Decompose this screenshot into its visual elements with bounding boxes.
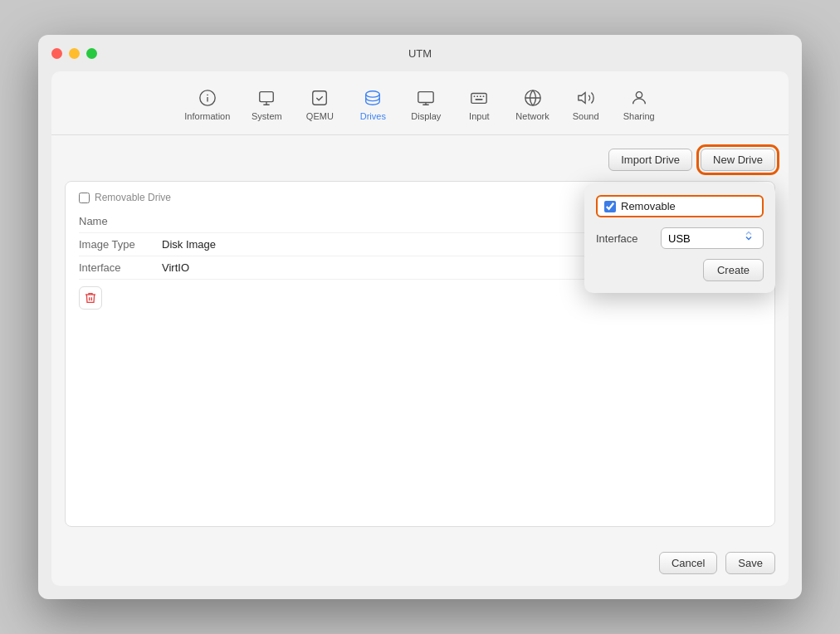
system-icon [256, 88, 276, 108]
tab-display[interactable]: Display [401, 83, 451, 126]
tab-sound[interactable]: Sound [561, 83, 611, 126]
popover-interface-row: Interface USB [596, 227, 764, 249]
tab-qemu[interactable]: QEMU [295, 83, 344, 126]
delete-drive-button[interactable] [79, 286, 102, 310]
content-area: Information System [38, 71, 802, 599]
svg-point-7 [366, 91, 380, 97]
image-type-label: Image Type [79, 238, 162, 251]
trash-icon [84, 291, 97, 305]
footer: Cancel Save [51, 540, 789, 586]
tab-information-label: Information [184, 111, 230, 121]
toolbar: Information System [51, 71, 789, 135]
tab-sharing[interactable]: Sharing [614, 83, 664, 126]
popover-interface-label: Interface [596, 232, 654, 245]
popover-removable-row: Removable [596, 195, 764, 217]
information-icon [198, 88, 217, 108]
popover-removable-checkbox[interactable] [604, 201, 616, 212]
tab-drives[interactable]: Drives [348, 83, 398, 126]
maximize-button[interactable] [86, 48, 97, 59]
window-title: UTM [408, 47, 432, 60]
display-icon [416, 88, 436, 108]
action-bar: Import Drive New Drive Removable Interfa… [65, 149, 775, 171]
tab-input[interactable]: Input [454, 83, 504, 126]
tab-display-label: Display [411, 111, 441, 121]
tab-input-label: Input [469, 111, 489, 121]
tab-sharing-label: Sharing [623, 111, 655, 121]
tab-qemu-label: QEMU [306, 111, 334, 121]
drives-icon [363, 88, 383, 108]
removable-drive-checkbox[interactable] [79, 193, 90, 203]
import-drive-button[interactable]: Import Drive [608, 149, 692, 171]
tab-sound-label: Sound [573, 111, 599, 121]
popover-interface-value: USB [668, 232, 691, 245]
popover-select-chevron [741, 231, 756, 246]
tab-network-label: Network [515, 111, 549, 121]
new-drive-popover: Removable Interface USB [584, 183, 775, 293]
titlebar: UTM [38, 35, 802, 71]
network-icon [523, 88, 543, 108]
popover-removable-label: Removable [621, 200, 676, 212]
svg-point-2 [207, 95, 208, 95]
popover-create-row: Create [596, 259, 764, 281]
popover-interface-select[interactable]: USB [661, 227, 764, 249]
svg-rect-11 [471, 94, 486, 104]
svg-point-18 [636, 92, 642, 98]
removable-drive-label: Removable Drive [95, 192, 171, 203]
close-button[interactable] [51, 48, 62, 59]
name-label: Name [79, 215, 162, 227]
save-button[interactable]: Save [725, 552, 775, 574]
svg-rect-8 [418, 92, 433, 103]
create-button[interactable]: Create [703, 259, 764, 281]
svg-rect-3 [260, 92, 274, 102]
sound-icon [576, 88, 596, 108]
interface-label: Interface [79, 261, 162, 274]
tab-system[interactable]: System [242, 83, 291, 126]
main-window: UTM Information [38, 35, 802, 599]
tab-information[interactable]: Information [176, 83, 238, 126]
tab-network[interactable]: Network [507, 83, 557, 126]
sharing-icon [629, 88, 649, 108]
new-drive-button[interactable]: New Drive [701, 149, 775, 171]
panel: Information System [51, 71, 789, 586]
svg-rect-6 [313, 91, 327, 105]
input-icon [469, 88, 489, 108]
tab-system-label: System [252, 111, 282, 121]
traffic-lights [51, 48, 97, 59]
qemu-icon [310, 88, 330, 108]
cancel-button[interactable]: Cancel [659, 552, 717, 574]
panel-body: Import Drive New Drive Removable Interfa… [51, 135, 789, 540]
tab-drives-label: Drives [360, 111, 386, 121]
minimize-button[interactable] [69, 48, 80, 59]
